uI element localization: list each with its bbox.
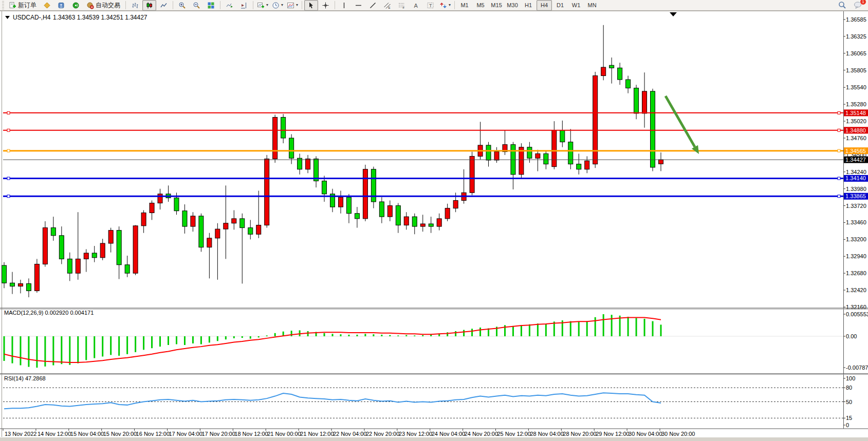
cursor-button[interactable] [304, 0, 318, 11]
vertical-line-icon [340, 2, 348, 9]
svg-text:1.35020: 1.35020 [846, 118, 866, 124]
price-badge-1.34140: 1.34140 [844, 175, 868, 182]
svg-text:30 Nov 04:00: 30 Nov 04:00 [629, 431, 662, 437]
line-chart-button[interactable] [157, 0, 171, 11]
svg-text:1.34565: 1.34565 [845, 148, 866, 154]
community-icon [58, 2, 65, 9]
trendline-icon [369, 2, 377, 9]
gold-diamond-icon [43, 2, 51, 9]
chart-ohlc-readout: 1.34363 1.34539 1.34251 1.34427 [53, 14, 147, 21]
svg-text:18 Nov 12:00: 18 Nov 12:00 [234, 431, 268, 437]
fibonacci-icon: F [398, 2, 405, 9]
price-badge-1.34565: 1.34565 [844, 147, 868, 154]
svg-text:1.35280: 1.35280 [846, 101, 866, 107]
svg-text:22 Nov 20:00: 22 Nov 20:00 [366, 431, 399, 437]
svg-text:0.005553: 0.005553 [846, 311, 868, 317]
svg-text:1.32420: 1.32420 [846, 287, 866, 293]
chart-shift-icon [240, 2, 248, 9]
autotrade-label: 自动交易 [96, 1, 120, 10]
arrows-button[interactable]: ▾ [438, 0, 452, 11]
svg-text:17 Nov 04:00: 17 Nov 04:00 [169, 431, 202, 437]
autotrade-icon [86, 2, 94, 9]
svg-text:1.34427: 1.34427 [845, 157, 866, 163]
svg-text:15 Nov 20:00: 15 Nov 20:00 [103, 431, 137, 437]
svg-text:-0.007879: -0.007879 [846, 365, 868, 371]
tile-windows-button[interactable] [204, 0, 218, 11]
timeframe-H4[interactable]: H4 [537, 0, 552, 11]
toolbar-separator [454, 1, 455, 9]
svg-text:15: 15 [846, 415, 852, 421]
community-button[interactable] [54, 0, 68, 11]
timeframe-H1[interactable]: H1 [521, 0, 536, 11]
svg-text:1.33460: 1.33460 [846, 219, 866, 225]
notifications-button[interactable]: 1 [851, 0, 865, 11]
svg-text:100: 100 [846, 375, 855, 381]
svg-text:1.32940: 1.32940 [846, 253, 866, 259]
signals-icon [72, 2, 80, 9]
equidistant-channel-button[interactable]: E [380, 0, 394, 11]
equidistant-channel-icon: E [383, 2, 391, 9]
svg-text:21 Nov 12:00: 21 Nov 12:00 [300, 431, 334, 437]
svg-text:17 Nov 20:00: 17 Nov 20:00 [201, 431, 235, 437]
auto-scroll-button[interactable] [223, 0, 236, 11]
svg-text:24 Nov 20:00: 24 Nov 20:00 [465, 431, 498, 437]
svg-text:14 Nov 12:00: 14 Nov 12:00 [38, 431, 71, 437]
zoom-out-button[interactable] [190, 0, 204, 11]
svg-text:1.35540: 1.35540 [846, 84, 866, 90]
vertical-line-button[interactable] [337, 0, 351, 11]
toolbar-separator [335, 1, 335, 9]
crosshair-button[interactable] [319, 0, 333, 11]
notification-badge: 1 [860, 0, 866, 5]
svg-text:1.33980: 1.33980 [846, 186, 866, 192]
svg-text:23 Nov 12:00: 23 Nov 12:00 [399, 431, 432, 437]
svg-text:1.35148: 1.35148 [845, 110, 866, 116]
text-icon: A [412, 2, 420, 9]
auto-scroll-icon [226, 2, 233, 9]
periodicity-button[interactable]: ▾ [270, 0, 285, 11]
horizontal-line-button[interactable] [352, 0, 365, 11]
timeframe-M15[interactable]: M15 [489, 0, 504, 11]
text-label-button[interactable]: T [423, 0, 437, 11]
timeframe-MN[interactable]: MN [584, 0, 600, 11]
autotrade-button[interactable]: 自动交易 [83, 0, 123, 11]
clock-icon [272, 2, 280, 9]
timeframe-M1[interactable]: M1 [457, 0, 472, 11]
svg-text:1.32680: 1.32680 [846, 270, 866, 276]
svg-text:22 Nov 04:00: 22 Nov 04:00 [333, 431, 366, 437]
crosshair-icon [322, 2, 329, 9]
trendline-button[interactable] [366, 0, 380, 11]
zoom-in-button[interactable] [175, 0, 189, 11]
svg-text:1.35805: 1.35805 [846, 67, 866, 73]
svg-text:28 Nov 20:00: 28 Nov 20:00 [563, 431, 596, 437]
toolbar-grip[interactable] [2, 1, 4, 9]
signals-button[interactable] [69, 0, 83, 11]
bar-chart-button[interactable] [128, 0, 142, 11]
chart-background [0, 11, 868, 441]
timeframe-M30[interactable]: M30 [505, 0, 520, 11]
horizontal-line-icon [355, 2, 362, 9]
candlestick-chart-button[interactable] [142, 0, 156, 11]
chart-canvas[interactable]: USDCAD-,H41.34363 1.34539 1.34251 1.3442… [0, 11, 868, 441]
svg-text:1.36065: 1.36065 [846, 50, 866, 56]
search-icon [838, 1, 846, 9]
timeframe-M5[interactable]: M5 [473, 0, 488, 11]
timeframe-D1[interactable]: D1 [552, 0, 568, 11]
mt4-terminal: 新订单 自动交易 [0, 0, 868, 441]
svg-text:A: A [414, 2, 418, 8]
text-button[interactable]: A [409, 0, 423, 11]
templates-button[interactable]: ▾ [285, 0, 300, 11]
fibonacci-button[interactable]: F [395, 0, 409, 11]
svg-text:1.33865: 1.33865 [845, 193, 866, 199]
tile-windows-icon [207, 2, 215, 9]
svg-text:30 Nov 20:00: 30 Nov 20:00 [661, 431, 695, 437]
svg-text:13 Nov 2022: 13 Nov 2022 [5, 431, 36, 437]
timeframe-W1[interactable]: W1 [568, 0, 584, 11]
text-label-icon: T [427, 2, 434, 9]
svg-text:28 Nov 04:00: 28 Nov 04:00 [530, 431, 563, 437]
svg-text:16 Nov 12:00: 16 Nov 12:00 [136, 431, 170, 437]
search-button[interactable] [835, 0, 849, 11]
metaquotes-button[interactable] [40, 0, 54, 11]
new-chart-button[interactable]: ▾ [255, 0, 270, 11]
new-order-button[interactable]: 新订单 [6, 0, 40, 11]
chart-shift-button[interactable] [237, 0, 251, 11]
